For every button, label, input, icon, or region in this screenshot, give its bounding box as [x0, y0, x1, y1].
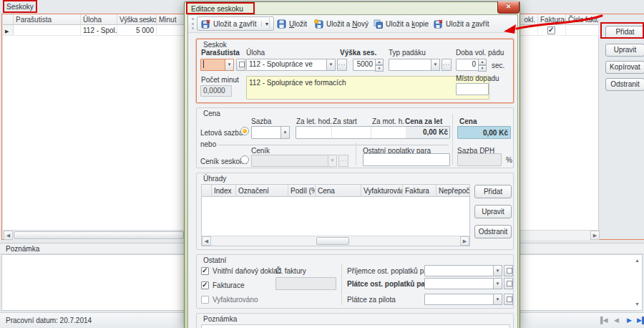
platce-ost-browse-button[interactable]: [504, 278, 513, 289]
ostatni-poplatky-input[interactable]: [363, 153, 450, 166]
sazba-input[interactable]: [251, 126, 281, 139]
scrollbar-thumb[interactable]: [14, 231, 184, 239]
vyfakturovano-checkbox[interactable]: [201, 296, 209, 304]
platce-pilot-dropdown-icon[interactable]: ▼: [493, 294, 502, 305]
uhrady-col-vyfakturovano[interactable]: Vyfakturováno: [361, 185, 403, 197]
parasutista-browse-button[interactable]: [236, 59, 245, 71]
col-uloha[interactable]: Úloha: [81, 14, 117, 25]
group-poznamka: Poznámka ▲: [196, 313, 514, 328]
uhrady-pridat-button[interactable]: Přidat: [474, 185, 512, 198]
platce-pilot-input[interactable]: [424, 294, 494, 305]
col-fakturace[interactable]: Fakturace: [538, 14, 566, 25]
first-record-icon[interactable]: ▐◀: [598, 317, 608, 324]
uloha-input[interactable]: 112 - Spolupráce ve: [246, 59, 327, 71]
uhrady-grid[interactable]: Index Označení Podíl (%) Cena Vyfakturov…: [201, 184, 470, 246]
odstranit-button[interactable]: Odstranit: [605, 78, 644, 91]
uhrady-col-podil[interactable]: Podíl (%): [288, 185, 316, 197]
group-cena: Cena Sazba Za let. hod. Za start Za mot.…: [196, 107, 514, 168]
pocet-minut-input[interactable]: 0,0000: [200, 85, 232, 97]
save-button[interactable]: Uložit: [273, 16, 311, 31]
misto-dopadu-input[interactable]: [456, 83, 489, 95]
scroll-right-icon[interactable]: ▶: [590, 231, 600, 240]
doba-spinner[interactable]: ▲▼: [478, 59, 487, 71]
cell-vyska[interactable]: 5 000: [117, 25, 157, 36]
uhrady-col-index[interactable]: Index: [212, 185, 236, 197]
cell-cislo-faktury[interactable]: [566, 25, 599, 36]
doba-input[interactable]: 0: [456, 59, 479, 71]
cena-label: Cena: [459, 117, 477, 125]
fakturace-checkbox[interactable]: [547, 26, 555, 34]
dialog-poznamka-textarea[interactable]: ▲: [201, 324, 510, 328]
prijemce-dropdown-icon[interactable]: ▼: [493, 265, 502, 276]
cenik-seskoku-radio[interactable]: [240, 155, 249, 164]
scroll-left-icon[interactable]: ◀: [202, 236, 211, 246]
parasutista-dropdown-icon[interactable]: ▼: [225, 59, 234, 71]
close-icon[interactable]: ✕: [497, 1, 519, 14]
next-record-icon[interactable]: ▶: [627, 317, 632, 324]
col-vyska-seskoku[interactable]: Výška seskoku: [117, 14, 157, 25]
dialog-toolbar: Uložit a zavřít ▼ Uložit Uložit a Nový U…: [188, 15, 518, 33]
prijemce-browse-button[interactable]: [504, 265, 513, 276]
vyska-spinner[interactable]: ▲▼: [375, 59, 384, 71]
uloha-memo[interactable]: 112 - Spolupráce ve formacích: [246, 76, 489, 100]
upravit-button[interactable]: Upravit: [605, 44, 644, 57]
cell-parasutista[interactable]: [14, 25, 81, 36]
c-faktury-input[interactable]: [275, 277, 336, 290]
fakturace-checkbox[interactable]: [201, 281, 209, 289]
vyska-input[interactable]: 5000: [353, 59, 376, 71]
scroll-up-icon[interactable]: ▲: [633, 256, 642, 266]
doba-label: Doba vol. pádu: [456, 49, 504, 57]
prijemce-input[interactable]: [424, 265, 494, 276]
platce-ost-input[interactable]: [424, 278, 494, 289]
platce-pilot-label: Plátce za pilota: [347, 296, 396, 304]
group-seskok: Seskok Parašutista Úloha Výška ses. Typ …: [196, 39, 514, 103]
uloha-dropdown-icon[interactable]: ▼: [326, 59, 336, 71]
scrollbar-thumb[interactable]: [316, 237, 349, 245]
sazba-dropdown-icon[interactable]: ▼: [280, 126, 290, 139]
chevron-down-icon[interactable]: ▼: [261, 21, 270, 26]
typ-padaku-dropdown-icon[interactable]: ▼: [431, 59, 440, 71]
uhrady-col-oznaceni[interactable]: Označení: [236, 185, 288, 197]
nebo-divider: [218, 145, 449, 145]
previous-record-icon[interactable]: ◀: [614, 317, 619, 324]
save-and-close-button[interactable]: Uložit a zavřít: [430, 16, 493, 31]
sazba-dph-input[interactable]: [457, 153, 502, 166]
uhrady-col-neprepocitava[interactable]: Nepřepočítáva: [436, 185, 469, 197]
pridat-button[interactable]: Přidat: [605, 26, 644, 39]
typ-padaku-ellipsis-button[interactable]: ···: [441, 59, 452, 71]
last-record-icon[interactable]: ▶▌: [637, 317, 644, 324]
uhrady-hscrollbar[interactable]: ◀ ▶: [202, 236, 469, 246]
cenik-input[interactable]: [251, 155, 328, 167]
uloha-ellipsis-button[interactable]: ···: [337, 59, 347, 71]
uhrady-odstranit-button[interactable]: Odstranit: [474, 225, 512, 238]
save-and-copy-button[interactable]: Uložit a kopie: [370, 16, 432, 31]
group-cena-caption: Cena: [203, 110, 220, 117]
letove-ceny-fields[interactable]: 0,00 Kč: [296, 126, 450, 139]
save-and-new-button[interactable]: Uložit a Nový: [311, 16, 372, 31]
cell-fakturace[interactable]: [538, 25, 566, 36]
parasutista-input[interactable]: [200, 59, 225, 71]
uhrady-col-cena[interactable]: Cena: [316, 185, 361, 197]
scroll-right-icon[interactable]: ▶: [460, 236, 469, 246]
letova-sazba-label: Letová sazba: [200, 129, 243, 137]
col-parasutista[interactable]: Parašutista: [14, 14, 81, 25]
scroll-left-icon[interactable]: ◀: [4, 231, 13, 240]
cena-separator: [452, 114, 453, 165]
col-cislo-faktury[interactable]: Číslo faktury: [566, 14, 599, 25]
platce-ost-dropdown-icon[interactable]: ▼: [493, 278, 502, 289]
cell-uloha[interactable]: 112 - Spol...: [81, 25, 117, 36]
save-and-close-split-button[interactable]: Uložit a zavřít ▼: [197, 16, 274, 31]
letova-sazba-radio[interactable]: [240, 127, 249, 135]
kopirovat-button[interactable]: Kopírovat: [605, 61, 644, 74]
platce-pilot-browse-button[interactable]: [504, 294, 513, 305]
vyfakturovano-label: Vyfakturováno: [213, 296, 258, 304]
typ-padaku-input[interactable]: [389, 59, 431, 71]
cena-za-let-value: 0,00 Kč: [406, 127, 450, 139]
nebo-label: nebo: [200, 140, 216, 148]
vnitrni-checkbox[interactable]: [201, 267, 209, 275]
scroll-down-icon[interactable]: ▼: [633, 300, 642, 309]
group-uhrady: Úhrady Index Označení Podíl (%) Cena Vyf…: [196, 173, 514, 250]
toolbar-grip[interactable]: [192, 18, 194, 29]
uhrady-col-faktura[interactable]: Faktura: [403, 185, 436, 197]
uhrady-upravit-button[interactable]: Upravit: [474, 205, 512, 218]
